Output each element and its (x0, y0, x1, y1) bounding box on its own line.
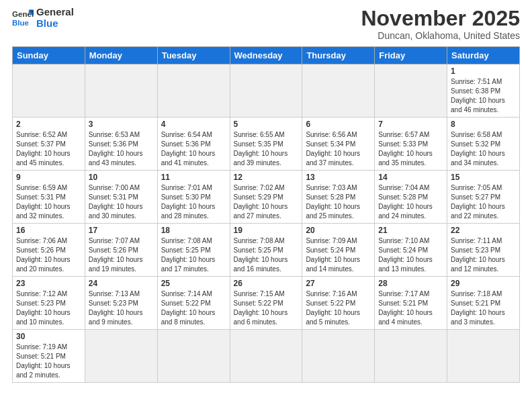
day-number: 18 (161, 226, 226, 235)
month-title: November 2025 (361, 7, 520, 30)
day-number: 2 (16, 120, 81, 129)
day-info: Sunrise: 7:08 AM Sunset: 5:25 PM Dayligh… (234, 236, 299, 274)
day-number: 3 (89, 120, 154, 129)
day-number: 21 (378, 226, 443, 235)
day-cell: 14Sunrise: 7:04 AM Sunset: 5:28 PM Dayli… (375, 171, 447, 224)
day-info: Sunrise: 6:59 AM Sunset: 5:31 PM Dayligh… (16, 183, 81, 221)
day-cell: 2Sunrise: 6:52 AM Sunset: 5:37 PM Daylig… (13, 118, 85, 171)
week-row-4: 23Sunrise: 7:12 AM Sunset: 5:23 PM Dayli… (13, 277, 520, 330)
day-info: Sunrise: 7:05 AM Sunset: 5:27 PM Dayligh… (451, 183, 516, 221)
day-info: Sunrise: 7:01 AM Sunset: 5:30 PM Dayligh… (161, 183, 226, 221)
day-cell: 22Sunrise: 7:11 AM Sunset: 5:23 PM Dayli… (447, 224, 520, 277)
week-row-1: 2Sunrise: 6:52 AM Sunset: 5:37 PM Daylig… (13, 118, 520, 171)
day-number: 24 (89, 279, 154, 288)
day-number: 20 (306, 226, 371, 235)
day-cell (157, 64, 230, 118)
weekday-header-sunday: Sunday (13, 47, 85, 64)
day-cell (302, 330, 375, 383)
day-info: Sunrise: 7:51 AM Sunset: 6:38 PM Dayligh… (451, 77, 516, 115)
day-cell: 29Sunrise: 7:18 AM Sunset: 5:21 PM Dayli… (447, 277, 520, 330)
day-info: Sunrise: 7:09 AM Sunset: 5:24 PM Dayligh… (306, 236, 371, 274)
day-cell: 16Sunrise: 7:06 AM Sunset: 5:26 PM Dayli… (13, 224, 85, 277)
day-info: Sunrise: 7:19 AM Sunset: 5:21 PM Dayligh… (16, 342, 81, 380)
day-number: 15 (451, 173, 516, 182)
day-number: 10 (89, 173, 154, 182)
day-number: 8 (451, 120, 516, 129)
day-cell: 5Sunrise: 6:55 AM Sunset: 5:35 PM Daylig… (230, 118, 302, 171)
day-number: 13 (306, 173, 371, 182)
day-cell (375, 64, 447, 118)
day-cell: 6Sunrise: 6:56 AM Sunset: 5:34 PM Daylig… (302, 118, 375, 171)
day-info: Sunrise: 7:04 AM Sunset: 5:28 PM Dayligh… (378, 183, 443, 221)
weekday-header-row: SundayMondayTuesdayWednesdayThursdayFrid… (13, 47, 520, 64)
day-info: Sunrise: 6:56 AM Sunset: 5:34 PM Dayligh… (306, 130, 371, 168)
day-number: 14 (378, 173, 443, 182)
day-cell: 1Sunrise: 7:51 AM Sunset: 6:38 PM Daylig… (447, 64, 520, 118)
week-row-5: 30Sunrise: 7:19 AM Sunset: 5:21 PM Dayli… (13, 330, 520, 383)
day-number: 9 (16, 173, 81, 182)
day-info: Sunrise: 6:55 AM Sunset: 5:35 PM Dayligh… (234, 130, 299, 168)
day-info: Sunrise: 7:16 AM Sunset: 5:22 PM Dayligh… (306, 289, 371, 327)
day-number: 25 (161, 279, 226, 288)
day-number: 11 (161, 173, 226, 182)
day-info: Sunrise: 7:00 AM Sunset: 5:31 PM Dayligh… (89, 183, 154, 221)
day-number: 30 (16, 332, 81, 341)
weekday-header-monday: Monday (85, 47, 157, 64)
week-row-0: 1Sunrise: 7:51 AM Sunset: 6:38 PM Daylig… (13, 64, 520, 118)
day-cell: 26Sunrise: 7:15 AM Sunset: 5:22 PM Dayli… (230, 277, 302, 330)
day-info: Sunrise: 7:12 AM Sunset: 5:23 PM Dayligh… (16, 289, 81, 327)
title-block: November 2025 Duncan, Oklahoma, United S… (361, 7, 520, 41)
day-info: Sunrise: 7:03 AM Sunset: 5:28 PM Dayligh… (306, 183, 371, 221)
day-info: Sunrise: 7:10 AM Sunset: 5:24 PM Dayligh… (378, 236, 443, 274)
weekday-header-thursday: Thursday (302, 47, 375, 64)
day-info: Sunrise: 7:02 AM Sunset: 5:29 PM Dayligh… (234, 183, 299, 221)
day-info: Sunrise: 6:58 AM Sunset: 5:32 PM Dayligh… (451, 130, 516, 168)
day-info: Sunrise: 7:08 AM Sunset: 5:25 PM Dayligh… (161, 236, 226, 274)
day-number: 28 (378, 279, 443, 288)
day-number: 12 (234, 173, 299, 182)
day-cell: 24Sunrise: 7:13 AM Sunset: 5:23 PM Dayli… (85, 277, 157, 330)
day-cell: 17Sunrise: 7:07 AM Sunset: 5:26 PM Dayli… (85, 224, 157, 277)
day-cell: 11Sunrise: 7:01 AM Sunset: 5:30 PM Dayli… (157, 171, 230, 224)
weekday-header-friday: Friday (375, 47, 447, 64)
day-info: Sunrise: 7:13 AM Sunset: 5:23 PM Dayligh… (89, 289, 154, 327)
svg-text:Blue: Blue (12, 18, 30, 26)
day-cell (157, 330, 230, 383)
day-cell: 30Sunrise: 7:19 AM Sunset: 5:21 PM Dayli… (13, 330, 85, 383)
weekday-header-saturday: Saturday (447, 47, 520, 64)
day-cell: 15Sunrise: 7:05 AM Sunset: 5:27 PM Dayli… (447, 171, 520, 224)
weekday-header-tuesday: Tuesday (157, 47, 230, 64)
day-cell: 7Sunrise: 6:57 AM Sunset: 5:33 PM Daylig… (375, 118, 447, 171)
day-cell: 9Sunrise: 6:59 AM Sunset: 5:31 PM Daylig… (13, 171, 85, 224)
day-cell: 3Sunrise: 6:53 AM Sunset: 5:36 PM Daylig… (85, 118, 157, 171)
day-info: Sunrise: 7:18 AM Sunset: 5:21 PM Dayligh… (451, 289, 516, 327)
day-info: Sunrise: 6:53 AM Sunset: 5:36 PM Dayligh… (89, 130, 154, 168)
day-number: 4 (161, 120, 226, 129)
day-cell: 4Sunrise: 6:54 AM Sunset: 5:36 PM Daylig… (157, 118, 230, 171)
week-row-2: 9Sunrise: 6:59 AM Sunset: 5:31 PM Daylig… (13, 171, 520, 224)
day-cell: 23Sunrise: 7:12 AM Sunset: 5:23 PM Dayli… (13, 277, 85, 330)
day-cell: 28Sunrise: 7:17 AM Sunset: 5:21 PM Dayli… (375, 277, 447, 330)
day-number: 29 (451, 279, 516, 288)
day-number: 6 (306, 120, 371, 129)
day-info: Sunrise: 7:06 AM Sunset: 5:26 PM Dayligh… (16, 236, 81, 274)
day-cell: 8Sunrise: 6:58 AM Sunset: 5:32 PM Daylig… (447, 118, 520, 171)
day-info: Sunrise: 7:14 AM Sunset: 5:22 PM Dayligh… (161, 289, 226, 327)
day-cell (85, 330, 157, 383)
day-info: Sunrise: 6:54 AM Sunset: 5:36 PM Dayligh… (161, 130, 226, 168)
day-cell (85, 64, 157, 118)
day-cell (302, 64, 375, 118)
day-number: 26 (234, 279, 299, 288)
day-number: 1 (451, 66, 516, 76)
day-cell: 12Sunrise: 7:02 AM Sunset: 5:29 PM Dayli… (230, 171, 302, 224)
header: General Blue General Blue November 2025 … (12, 7, 520, 41)
day-number: 7 (378, 120, 443, 129)
day-cell: 27Sunrise: 7:16 AM Sunset: 5:22 PM Dayli… (302, 277, 375, 330)
calendar-table: SundayMondayTuesdayWednesdayThursdayFrid… (12, 46, 520, 383)
day-cell: 25Sunrise: 7:14 AM Sunset: 5:22 PM Dayli… (157, 277, 230, 330)
day-info: Sunrise: 7:17 AM Sunset: 5:21 PM Dayligh… (378, 289, 443, 327)
day-info: Sunrise: 7:07 AM Sunset: 5:26 PM Dayligh… (89, 236, 154, 274)
day-number: 23 (16, 279, 81, 288)
day-number: 27 (306, 279, 371, 288)
logo-icon: General Blue (12, 7, 34, 29)
